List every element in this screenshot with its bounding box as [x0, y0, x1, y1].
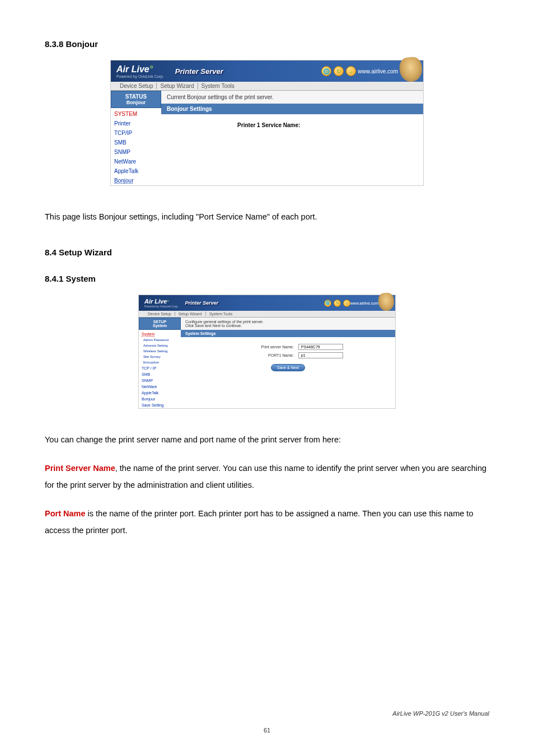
ss2-main: Configure general settings of the print … [181, 318, 395, 408]
sidebar-system[interactable]: SYSTEM [111, 109, 161, 119]
screenshot1-container: Air Live° Powered by OvisLink Corp. Prin… [45, 60, 489, 186]
ss2-icons: 🌐 ↻ ⌂ [324, 300, 350, 307]
paragraph-3: Print Server Name, the name of the print… [45, 460, 489, 494]
ss2-label2: PORT1 Name: [185, 353, 298, 357]
sidebar-save-setting[interactable]: Save Setting [139, 402, 181, 408]
home-icon: ⌂ [346, 66, 356, 76]
ss1-logo-sub: Powered by OvisLink Corp. [116, 74, 164, 78]
port1-name-input[interactable] [298, 352, 343, 358]
sidebar-tcpip[interactable]: TCP/IP [111, 128, 161, 138]
ss1-tabs: Device Setup Setup Wizard System Tools [111, 82, 423, 91]
ss1-url: www.airlive.com [358, 68, 398, 74]
paragraph-1: This page lists Bonjour settings, includ… [45, 208, 489, 225]
ss1-logo: Air Live° Powered by OvisLink Corp. [116, 64, 164, 78]
page-number: 61 [45, 727, 489, 734]
sidebar-site-survey[interactable]: Site Survey [139, 354, 181, 360]
mascot-icon [378, 292, 395, 311]
globe-icon: 🌐 [324, 300, 331, 307]
ss2-sidebar: SETUP System System Admin Password Advan… [139, 318, 181, 408]
heading-841: 8.4.1 System [45, 274, 489, 283]
tab-device-setup[interactable]: Device Setup [116, 83, 157, 89]
screenshot2-container: Air Live° Powered by OvisLink Corp. Prin… [45, 295, 489, 409]
home-icon: ⌂ [343, 300, 350, 307]
sidebar-appletalk[interactable]: AppleTalk [111, 166, 161, 176]
mascot-icon [399, 56, 423, 82]
ss1-form-row: Printer 1 Service Name: [167, 122, 418, 128]
footer: AirLive WP-201G v2 User's Manual 61 [45, 710, 489, 734]
ss2-box-line1: SETUP [153, 320, 166, 324]
ss1-sidebar-box: STATUS Bonjour [111, 91, 161, 108]
sidebar-smb[interactable]: SMB [111, 138, 161, 147]
ss2-logo-text: Air Live [144, 298, 167, 305]
ss1-header: Air Live° Powered by OvisLink Corp. Prin… [111, 60, 423, 82]
heading-838: 8.3.8 Bonjour [45, 39, 489, 49]
ss1-content: STATUS Bonjour SYSTEM Printer TCP/IP SMB… [111, 91, 423, 185]
ss2-btn-row: Save & Next [185, 364, 391, 371]
ss2-content: SETUP System System Admin Password Advan… [139, 318, 395, 408]
tab-device-setup[interactable]: Device Setup [144, 312, 175, 316]
p4-bold: Port Name [45, 509, 86, 518]
ss1-icons: 🌐 ↻ ⌂ [321, 66, 356, 76]
print-server-name-input[interactable] [298, 344, 343, 350]
sidebar-admin-pw[interactable]: Admin Password [139, 337, 181, 343]
sidebar-bonjour[interactable]: Bonjour [139, 396, 181, 402]
sidebar-system[interactable]: System [139, 331, 181, 337]
sidebar-smb[interactable]: SMB [139, 371, 181, 377]
sidebar-printer[interactable]: Printer [111, 119, 161, 128]
footer-right: AirLive WP-201G v2 User's Manual [45, 710, 489, 717]
ss2-url: www.airlive.com [350, 301, 378, 305]
ss2-header: Air Live° Powered by OvisLink Corp. Prin… [139, 295, 395, 311]
ss2-tabs: Device Setup Setup Wizard System Tools [139, 311, 395, 318]
ss1-logo-text: Air Live [116, 64, 149, 74]
sidebar-encryption[interactable]: Encryption [139, 360, 181, 365]
globe-icon: 🌐 [321, 66, 331, 76]
ss2-logo: Air Live° Powered by OvisLink Corp. [144, 298, 179, 308]
ss1-main: Current Bonjour settings of the print se… [161, 91, 423, 185]
sidebar-snmp[interactable]: SNMP [111, 147, 161, 157]
ss2-desc: Configure general settings of the print … [181, 318, 395, 330]
sidebar-tcpip[interactable]: TCP / IP [139, 365, 181, 371]
ss2-sidebar-box: SETUP System [139, 318, 181, 330]
sidebar-wireless[interactable]: Wireless Setting [139, 348, 181, 354]
p3-bold: Print Server Name [45, 464, 115, 473]
tab-setup-wizard[interactable]: Setup Wizard [175, 312, 206, 316]
ss1-box-line1: STATUS [125, 94, 147, 100]
p4-rest: is the name of the printer port. Each pr… [45, 509, 473, 535]
ss2-box-line2: System [140, 324, 179, 328]
ss1-form: Printer 1 Service Name: [161, 114, 423, 164]
ss2-section-bar: System Settings [181, 330, 395, 337]
sidebar-appletalk[interactable]: AppleTalk [139, 390, 181, 396]
sidebar-netware[interactable]: NetWare [139, 384, 181, 390]
save-next-button[interactable]: Save & Next [271, 364, 305, 371]
tab-system-tools[interactable]: System Tools [198, 83, 238, 89]
ss2-row2: PORT1 Name: [185, 352, 391, 358]
screenshot1: Air Live° Powered by OvisLink Corp. Prin… [110, 60, 424, 186]
ss2-desc-line2: Click Save and Next to continue. [185, 324, 242, 328]
ss1-sidebar: STATUS Bonjour SYSTEM Printer TCP/IP SMB… [111, 91, 161, 185]
ss2-logo-sub: Powered by OvisLink Corp. [144, 305, 179, 308]
ss1-form-label: Printer 1 Service Name: [167, 122, 305, 128]
ss2-row1: Print server Name: [185, 344, 391, 350]
paragraph-4: Port Name is the name of the printer por… [45, 505, 489, 539]
screenshot2: Air Live° Powered by OvisLink Corp. Prin… [138, 295, 396, 409]
ss2-product: Printer Server [185, 300, 219, 306]
ss2-label1: Print server Name: [185, 345, 298, 349]
ss2-desc-line1: Configure general settings of the print … [185, 320, 264, 324]
sidebar-advance[interactable]: Advance Setting [139, 343, 181, 348]
ss1-product: Printer Server [175, 67, 223, 76]
refresh-icon: ↻ [334, 300, 341, 307]
sidebar-bonjour[interactable]: Bonjour [111, 176, 161, 185]
paragraph-2: You can change the print server name and… [45, 431, 489, 448]
ss2-form: Print server Name: PORT1 Name: Save & Ne… [181, 337, 395, 376]
heading-84: 8.4 Setup Wizard [45, 248, 489, 257]
ss1-box-line2: Bonjour [113, 100, 160, 105]
sidebar-snmp[interactable]: SNMP [139, 377, 181, 384]
tab-system-tools[interactable]: System Tools [206, 312, 236, 316]
ss1-desc: Current Bonjour settings of the print se… [161, 91, 423, 104]
sidebar-netware[interactable]: NetWare [111, 157, 161, 166]
ss1-section-bar: Bonjour Settings [161, 104, 423, 114]
refresh-icon: ↻ [334, 66, 344, 76]
tab-setup-wizard[interactable]: Setup Wizard [157, 83, 198, 89]
